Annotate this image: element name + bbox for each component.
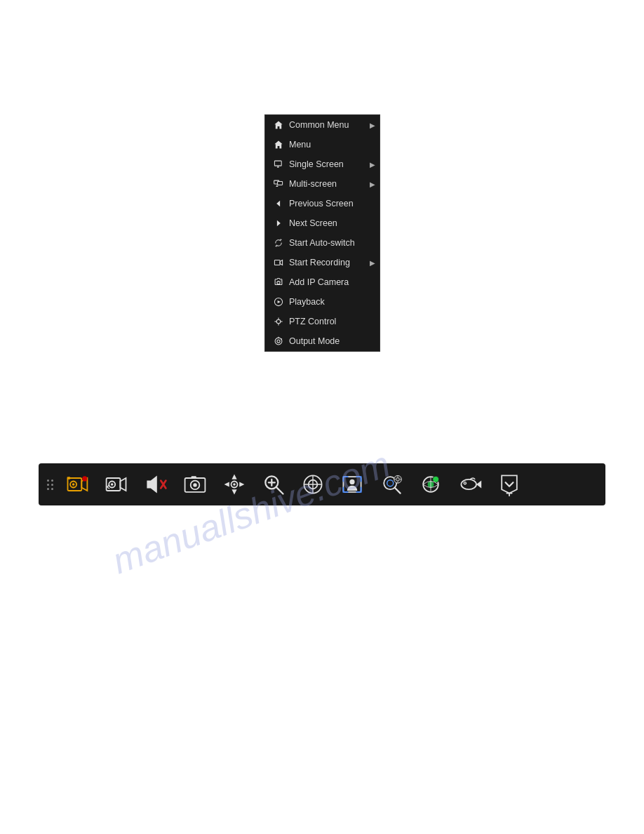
fisheye-button[interactable] [452, 466, 488, 503]
output-icon [272, 335, 285, 348]
playback-button[interactable] [98, 466, 135, 503]
menu-button[interactable] [491, 466, 528, 503]
svg-point-17 [277, 340, 280, 343]
menu-item-single-screen[interactable]: Single Screen ▶ [265, 154, 380, 174]
arrow-icon-3: ▶ [370, 180, 375, 188]
svg-point-32 [193, 483, 196, 486]
network-status-button[interactable] [412, 466, 449, 503]
snapshot-button[interactable] [177, 466, 213, 503]
arrow-right-icon [272, 217, 285, 230]
svg-marker-35 [232, 489, 236, 494]
svg-line-49 [395, 488, 401, 494]
toolbar-handle[interactable] [44, 474, 56, 496]
svg-rect-33 [192, 476, 196, 479]
camera-add-icon [272, 276, 285, 289]
svg-point-61 [461, 479, 476, 489]
menu-item-start-recording[interactable]: Start Recording ▶ [265, 253, 380, 272]
smart-search-button[interactable] [373, 466, 410, 503]
home-icon-2 [272, 138, 285, 151]
playback-icon [272, 296, 285, 308]
menu-label-10: Playback [289, 297, 373, 307]
menu-label-12: Output Mode [289, 336, 373, 346]
refresh-icon [272, 237, 285, 249]
menu-label: Common Menu [289, 120, 373, 130]
record-icon [272, 256, 285, 269]
menu-item-add-ip-camera[interactable]: Add IP Camera [265, 272, 380, 292]
menu-item-multi-screen[interactable]: Multi-screen ▶ [265, 174, 380, 194]
multimonitor-icon [272, 178, 285, 190]
menu-label-7: Start Auto-switch [289, 238, 373, 248]
svg-point-27 [111, 483, 114, 486]
ptz-icon [272, 315, 285, 328]
svg-line-41 [276, 487, 283, 494]
toolbar [39, 463, 605, 505]
home-icon [272, 119, 285, 131]
menu-item-ptz-control[interactable]: PTZ Control [265, 312, 380, 331]
svg-point-47 [349, 479, 354, 484]
menu-label-4: Multi-screen [289, 179, 373, 189]
menu-label-3: Single Screen [289, 159, 373, 169]
svg-marker-36 [224, 482, 229, 486]
menu-label-11: PTZ Control [289, 317, 373, 326]
menu-item-start-autoswitch[interactable]: Start Auto-switch [265, 233, 380, 253]
context-menu: Common Menu ▶ Menu Single Screen ▶ [264, 114, 380, 352]
menu-label-5: Previous Screen [289, 199, 373, 208]
display-mode-button[interactable] [295, 466, 331, 503]
fullscreen-button[interactable] [334, 466, 370, 503]
menu-label-2: Menu [289, 140, 373, 150]
svg-rect-7 [274, 260, 280, 265]
svg-point-24 [82, 476, 87, 481]
menu-item-common-menu[interactable]: Common Menu ▶ [265, 115, 380, 135]
menu-label-8: Start Recording [289, 258, 373, 267]
svg-point-22 [72, 483, 75, 486]
arrow-icon-2: ▶ [370, 161, 375, 168]
svg-point-63 [464, 482, 466, 484]
menu-item-next-screen[interactable]: Next Screen [265, 213, 380, 233]
arrow-left-icon [272, 197, 285, 210]
audio-mute-button[interactable] [137, 466, 174, 503]
svg-point-11 [276, 319, 281, 324]
menu-item-output-mode[interactable]: Output Mode [265, 331, 380, 351]
svg-rect-0 [274, 161, 281, 166]
monitor-icon [272, 158, 285, 171]
arrow-icon-4: ▶ [370, 259, 375, 267]
svg-rect-4 [278, 182, 283, 185]
arrow-icon: ▶ [370, 121, 375, 129]
svg-marker-37 [239, 482, 244, 486]
menu-label-6: Next Screen [289, 218, 373, 228]
zoom-in-button[interactable] [255, 466, 292, 503]
svg-marker-34 [232, 475, 236, 479]
svg-point-16 [275, 338, 282, 345]
svg-point-50 [387, 480, 394, 486]
ptz-control-button[interactable] [216, 466, 253, 503]
camera-record-button[interactable] [59, 466, 95, 503]
svg-rect-23 [67, 477, 71, 479]
menu-label-9: Add IP Camera [289, 277, 373, 287]
svg-point-8 [277, 282, 280, 284]
menu-item-playback[interactable]: Playback [265, 292, 380, 312]
svg-point-39 [233, 483, 236, 486]
menu-item-previous-screen[interactable]: Previous Screen [265, 194, 380, 213]
menu-item-menu[interactable]: Menu [265, 135, 380, 154]
